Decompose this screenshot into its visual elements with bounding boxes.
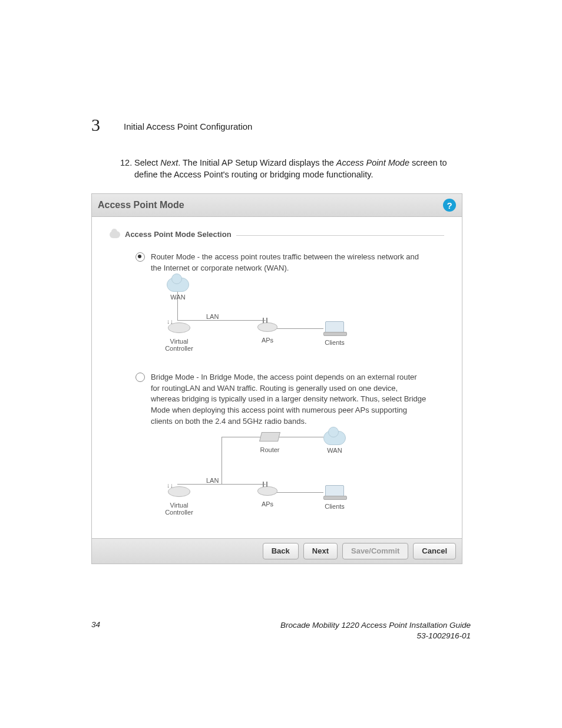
dialog-footer: Back Next Save/Commit Cancel: [92, 538, 462, 564]
dialog-title: Access Point Mode: [98, 200, 184, 210]
radio-icon[interactable]: [135, 373, 145, 382]
chapter-title: Initial Access Point Configuration: [124, 121, 252, 131]
chapter-number: 3: [91, 115, 100, 135]
bridge-mode-diagram: Router WAN LAN ↓↓Virtual Controller APs …: [145, 431, 444, 525]
help-icon[interactable]: ?: [443, 199, 456, 212]
back-button[interactable]: Back: [263, 543, 299, 559]
fieldset: Access Point Mode Selection Router Mode …: [110, 230, 444, 525]
dialog-window: Access Point Mode ? Access Point Mode Se…: [91, 193, 462, 564]
fieldset-legend: Access Point Mode Selection: [125, 230, 232, 239]
page-number: 34: [91, 620, 100, 629]
step-text: 12. Select Next. The Initial AP Setup Wi…: [134, 157, 464, 181]
cloud-icon: [110, 231, 120, 238]
cancel-button[interactable]: Cancel: [413, 543, 456, 559]
router-mode-label: Router Mode - the access point routes tr…: [151, 252, 428, 274]
footer-text: Brocade Mobility 1220 Access Point Insta…: [280, 620, 471, 641]
next-button[interactable]: Next: [303, 543, 338, 559]
dialog-header: Access Point Mode ?: [92, 194, 462, 217]
router-mode-option[interactable]: Router Mode - the access point routes tr…: [135, 252, 444, 274]
bridge-mode-option[interactable]: Bridge Mode - In Bridge Mode, the access…: [135, 372, 444, 427]
radio-icon[interactable]: [135, 252, 145, 262]
step-number: 12.: [120, 157, 132, 169]
bridge-mode-label: Bridge Mode - In Bridge Mode, the access…: [151, 372, 428, 427]
router-mode-diagram: WAN LAN ↓↓Virtual Controller APs Clients: [145, 278, 444, 359]
save-commit-button: Save/Commit: [342, 543, 408, 559]
